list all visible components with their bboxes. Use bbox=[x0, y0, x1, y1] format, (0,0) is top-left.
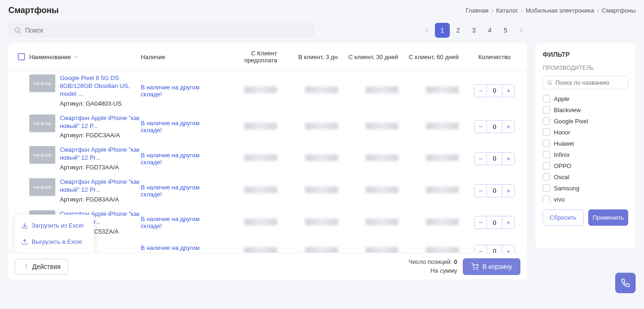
price-3d bbox=[282, 154, 342, 162]
breadcrumb-link[interactable]: Главная bbox=[466, 7, 488, 14]
filter-apply-button[interactable]: Применить bbox=[588, 209, 628, 226]
price-30d bbox=[342, 87, 403, 94]
qty-input[interactable] bbox=[486, 85, 502, 97]
quantity-stepper[interactable]: − + bbox=[474, 184, 515, 197]
qty-plus-button[interactable]: + bbox=[502, 121, 514, 133]
filter-option[interactable]: OPPO bbox=[543, 162, 628, 169]
pagination-page[interactable]: 3 bbox=[467, 23, 481, 38]
search-input[interactable] bbox=[25, 27, 309, 34]
filter-search-box[interactable] bbox=[543, 76, 628, 89]
pagination-page[interactable]: 4 bbox=[482, 23, 497, 38]
qty-minus-button[interactable]: − bbox=[474, 216, 486, 228]
quantity-stepper[interactable]: − + bbox=[474, 120, 515, 133]
filter-checkbox[interactable] bbox=[543, 184, 550, 192]
search-icon bbox=[14, 27, 21, 34]
col-header-p1: С Клиент предоплата bbox=[221, 50, 282, 64]
qty-input[interactable] bbox=[486, 153, 502, 165]
chevron-down-icon bbox=[73, 54, 79, 60]
filter-option-label: Honor bbox=[554, 129, 570, 136]
qty-plus-button[interactable]: + bbox=[502, 153, 514, 165]
qty-plus-button[interactable]: + bbox=[502, 85, 514, 97]
quantity-stepper[interactable]: − + bbox=[474, 152, 515, 165]
pagination-page[interactable]: 2 bbox=[451, 23, 466, 38]
qty-minus-button[interactable]: − bbox=[474, 185, 486, 197]
filter-checkbox[interactable] bbox=[543, 106, 550, 114]
svg-point-7 bbox=[26, 268, 26, 269]
qty-input[interactable] bbox=[486, 216, 502, 228]
pagination-page[interactable]: 5 bbox=[498, 23, 513, 38]
svg-line-1 bbox=[19, 32, 20, 33]
filter-option-label: vivo bbox=[554, 196, 565, 202]
pagination-prev[interactable] bbox=[419, 23, 434, 38]
filter-checkbox[interactable] bbox=[543, 195, 550, 202]
qty-minus-button[interactable]: − bbox=[474, 153, 486, 165]
breadcrumb-link[interactable]: Каталог bbox=[496, 7, 518, 14]
availability-text: В наличие на другом складе! bbox=[141, 215, 221, 229]
filter-checkbox[interactable] bbox=[543, 117, 550, 125]
search-box[interactable] bbox=[8, 23, 315, 38]
qty-minus-button[interactable]: − bbox=[474, 85, 486, 97]
filter-checkbox[interactable] bbox=[543, 140, 550, 147]
col-header-name[interactable]: Наименование bbox=[29, 54, 141, 60]
breadcrumb-link[interactable]: Мобильная электроника bbox=[526, 7, 594, 14]
filter-option[interactable]: Google Pixel bbox=[543, 117, 628, 125]
filter-search-input[interactable] bbox=[555, 79, 624, 86]
filter-option[interactable]: Samsung bbox=[543, 184, 628, 192]
svg-point-10 bbox=[548, 81, 551, 84]
price-30d bbox=[342, 219, 403, 227]
filter-checkbox[interactable] bbox=[543, 173, 550, 181]
filter-option[interactable]: vivo bbox=[543, 195, 628, 202]
filter-option[interactable]: Blackview bbox=[543, 106, 628, 114]
col-header-avail: Наличие bbox=[141, 54, 221, 60]
quantity-stepper[interactable]: − + bbox=[474, 216, 515, 229]
qty-input[interactable] bbox=[486, 185, 502, 197]
filter-option[interactable]: Apple bbox=[543, 95, 628, 102]
select-all-icon[interactable] bbox=[17, 53, 26, 61]
filter-option-label: Blackview bbox=[554, 107, 581, 114]
filter-option[interactable]: Huawei bbox=[543, 140, 628, 147]
price-prepay bbox=[221, 219, 282, 227]
action-export-excel[interactable]: Выгрузить в Excel bbox=[15, 234, 94, 250]
add-to-cart-button[interactable]: В корзину bbox=[463, 258, 520, 275]
pagination: 12345 bbox=[419, 23, 529, 38]
product-link[interactable]: Смартфон Apple iPhone "как новый" 12 Pr.… bbox=[60, 146, 140, 161]
cart-summary: Число позиций: 0 На сумму bbox=[408, 258, 457, 275]
col-header-p3: С клиент, 30 дней bbox=[342, 54, 403, 60]
col-header-qty: Количество bbox=[468, 54, 521, 60]
filter-option-label: Infinix bbox=[554, 151, 570, 158]
filter-checkbox[interactable] bbox=[543, 95, 550, 102]
price-3d bbox=[282, 219, 342, 227]
price-30d bbox=[342, 187, 403, 195]
pagination-next[interactable] bbox=[514, 23, 529, 38]
breadcrumb-link[interactable]: Смартфоны bbox=[602, 7, 636, 14]
product-sku: Артикул: FGD73AA/A bbox=[60, 164, 141, 171]
filter-option[interactable]: Infinix bbox=[543, 151, 628, 158]
action-load-excel[interactable]: Загрузить из Excel bbox=[15, 217, 94, 234]
availability-text: В наличие на другом складе! bbox=[141, 84, 221, 98]
product-thumb: vvp group bbox=[29, 146, 55, 164]
filter-checkbox[interactable] bbox=[543, 151, 550, 158]
qty-minus-button[interactable]: − bbox=[474, 121, 486, 133]
call-fab[interactable] bbox=[615, 273, 636, 293]
filter-checkbox[interactable] bbox=[543, 128, 550, 136]
qty-plus-button[interactable]: + bbox=[502, 185, 514, 197]
search-icon bbox=[547, 80, 552, 86]
chevron-right-icon: › bbox=[521, 7, 523, 14]
qty-input[interactable] bbox=[486, 121, 502, 133]
price-3d bbox=[282, 123, 342, 131]
breadcrumb: Главная›Каталог›Мобильная электроника›См… bbox=[466, 7, 636, 14]
filter-option[interactable]: Honor bbox=[543, 128, 628, 136]
product-table: Наименование Наличие С Клиент предоплата… bbox=[8, 43, 527, 280]
product-sku: Артикул: FGD83AA/A bbox=[60, 196, 141, 203]
product-link[interactable]: Смартфон Apple iPhone "как новый" 12 P..… bbox=[60, 114, 140, 129]
product-link[interactable]: Google Pixel 8 5G DS 8GB/128GB Obsidian … bbox=[60, 74, 130, 97]
table-row: vvp group Смартфон Apple iPhone "как нов… bbox=[8, 142, 527, 175]
quantity-stepper[interactable]: − + bbox=[474, 84, 515, 97]
filter-reset-button[interactable]: Сбросить bbox=[543, 209, 584, 226]
product-link[interactable]: Смартфон Apple iPhone "как новый" 12 Pr.… bbox=[60, 178, 140, 193]
actions-button[interactable]: Действия bbox=[15, 259, 68, 275]
filter-option[interactable]: Oscal bbox=[543, 173, 628, 181]
qty-plus-button[interactable]: + bbox=[502, 216, 514, 228]
pagination-page[interactable]: 1 bbox=[435, 23, 450, 38]
filter-checkbox[interactable] bbox=[543, 162, 550, 169]
